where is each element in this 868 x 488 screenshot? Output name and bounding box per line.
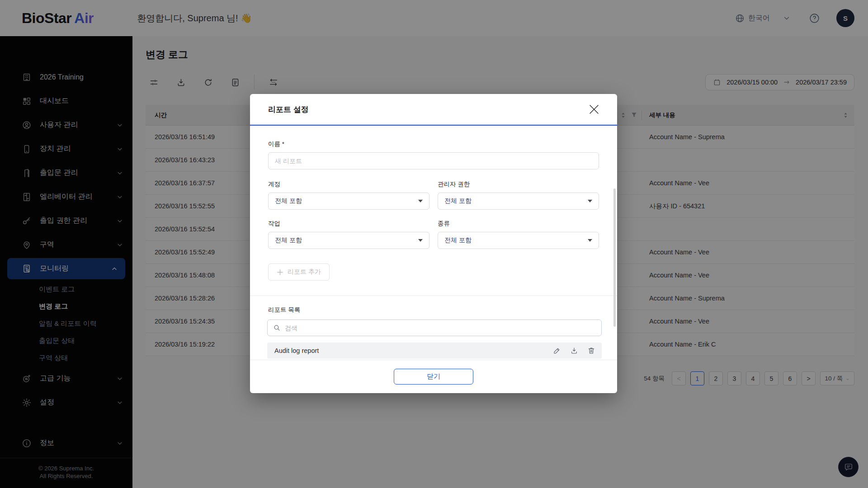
download-icon [570, 347, 578, 355]
close-button[interactable] [587, 103, 601, 116]
add-report-button[interactable]: 리포트 추가 [268, 263, 330, 281]
modal-header: 리포트 설정 [250, 94, 617, 126]
select-value: 전체 포함 [275, 197, 302, 205]
select-value: 전체 포함 [275, 236, 302, 244]
admin-permission-select[interactable]: 전체 포함 [438, 192, 599, 210]
action-select[interactable]: 전체 포함 [268, 232, 429, 249]
type-select[interactable]: 전체 포함 [438, 232, 599, 249]
modal-body: 이름 * 계정 전체 포함 관리자 권한 전체 포함 [250, 126, 617, 360]
caret-down-icon [588, 239, 592, 242]
type-field-label: 종류 [438, 220, 599, 228]
action-field-label: 작업 [268, 220, 429, 228]
add-report-label: 리포트 추가 [288, 268, 321, 276]
plus-icon [277, 269, 283, 276]
account-field: 계정 전체 포함 [268, 180, 429, 210]
search-input[interactable] [285, 324, 596, 332]
report-search [267, 319, 602, 336]
download-report-button[interactable] [570, 347, 578, 355]
action-field: 작업 전체 포함 [268, 220, 429, 249]
caret-down-icon [418, 200, 423, 202]
modal-scrollbar[interactable] [613, 188, 616, 327]
name-field-label: 이름 * [268, 140, 599, 148]
type-field: 종류 전체 포함 [438, 220, 599, 249]
search-icon [273, 324, 281, 332]
caret-down-icon [418, 239, 423, 242]
caret-down-icon [588, 200, 592, 202]
section-divider [250, 296, 617, 296]
screen: BioStarAir 환영합니다, Suprema 님! 👋 한국어 S 202… [0, 0, 868, 488]
report-settings-modal: 리포트 설정 이름 * 계정 전체 포함 관리자 권한 [250, 94, 617, 393]
modal-title: 리포트 설정 [268, 104, 309, 115]
edit-button[interactable] [553, 347, 561, 355]
report-list-label: 리포트 목록 [268, 306, 599, 314]
pencil-icon [553, 347, 561, 355]
trash-icon [587, 347, 595, 355]
admin-permission-field-label: 관리자 권한 [438, 180, 599, 188]
account-select[interactable]: 전체 포함 [268, 192, 429, 210]
admin-permission-field: 관리자 권한 전체 포함 [438, 180, 599, 210]
delete-button[interactable] [587, 347, 595, 355]
filter-fields: 계정 전체 포함 관리자 권한 전체 포함 작업 전체 [268, 180, 599, 249]
select-value: 전체 포함 [444, 197, 472, 205]
close-icon [589, 104, 599, 115]
account-field-label: 계정 [268, 180, 429, 188]
select-value: 전체 포함 [444, 236, 472, 244]
report-row-actions [553, 347, 595, 355]
report-list-item[interactable]: Audit log report [267, 343, 602, 359]
modal-close-button[interactable]: 닫기 [394, 369, 473, 385]
report-name-input[interactable] [268, 152, 599, 169]
modal-footer: 닫기 [250, 360, 617, 393]
report-name: Audit log report [274, 347, 319, 354]
